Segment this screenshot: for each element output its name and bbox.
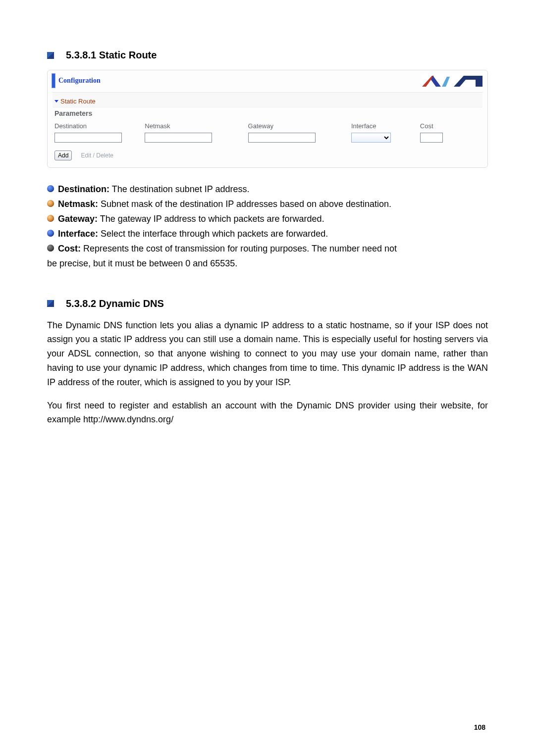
edit-delete-link[interactable]: Edit / Delete [81,152,113,159]
col-interface: Interface [349,120,418,132]
desc-gateway: Gateway: The gateway IP address to which… [47,212,488,225]
desc-interface-text: Select the interface through which packe… [98,229,328,239]
desc-gateway-text: The gateway IP address to which packets … [98,214,324,224]
dynamic-dns-paragraph-1: The Dynamic DNS function lets you alias … [47,318,488,390]
panel-title: Configuration [58,77,101,85]
static-route-form-table: Destination Netmask Gateway Interface Co… [53,120,482,148]
desc-cost-label: Cost: [58,244,81,253]
field-descriptions: Destination: The destination subnet IP a… [47,183,488,270]
page-number: 108 [474,723,485,731]
desc-netmask: Netmask: Subnet mask of the destination … [47,198,488,210]
interface-select[interactable] [351,133,391,143]
static-route-subsection[interactable]: Static Route [54,98,96,105]
desc-interface-label: Interface: [58,229,98,239]
netmask-input[interactable] [145,133,212,143]
desc-netmask-text: Subnet mask of the destination IP addres… [98,199,391,209]
desc-destination: Destination: The destination subnet IP a… [47,183,488,196]
caret-down-icon [54,100,58,102]
col-cost: Cost [418,120,482,132]
panel-accent-bar [52,73,55,88]
gateway-input[interactable] [248,133,316,143]
cost-input[interactable] [420,133,443,143]
col-netmask: Netmask [143,120,246,132]
brand-logo-icon [421,74,482,88]
bullet-icon [47,230,54,237]
heading-static-route: 5.3.8.1 Static Route [66,50,157,61]
destination-input[interactable] [54,133,122,143]
desc-gateway-label: Gateway: [58,214,98,224]
col-gateway: Gateway [246,120,349,132]
section-heading-static-route: 5.3.8.1 Static Route [47,50,488,61]
desc-netmask-label: Netmask: [58,199,98,209]
desc-cost-text: Represents the cost of transmission for … [81,244,397,253]
square-bullet-icon [47,300,54,307]
desc-destination-text: The destination subnet IP address. [109,184,250,194]
desc-interface: Interface: Select the interface through … [47,227,488,240]
bullet-icon [47,185,54,192]
configuration-panel: Configuration Static Route Parameters [47,70,488,168]
desc-cost: Cost: Represents the cost of transmissio… [47,242,488,255]
bullet-icon [47,245,54,252]
add-button[interactable]: Add [54,151,72,160]
panel-header: Configuration [48,70,487,92]
subsection-label: Static Route [60,98,96,105]
desc-destination-label: Destination: [58,184,109,194]
col-destination: Destination [53,120,143,132]
dynamic-dns-paragraph-2: You first need to register and establish… [47,399,488,427]
bullet-icon [47,200,54,207]
parameters-label: Parameters [53,107,482,120]
heading-dynamic-dns: 5.3.8.2 Dynamic DNS [66,298,164,309]
desc-cost-continued: be precise, but it must be between 0 and… [47,257,488,270]
bullet-icon [47,215,54,222]
square-bullet-icon [47,52,54,59]
section-heading-dynamic-dns: 5.3.8.2 Dynamic DNS [47,298,488,309]
